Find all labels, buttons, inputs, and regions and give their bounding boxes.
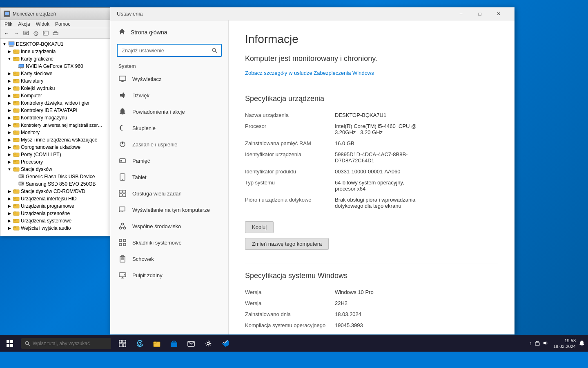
close-button[interactable]: ✕ (489, 7, 508, 20)
settings-search-box (117, 44, 222, 57)
remote-icon (118, 271, 127, 279)
mail-button[interactable] (183, 335, 199, 352)
back-button[interactable]: ← (2, 29, 11, 38)
spec-value-prodid: 00331-10000-00001-AA060 (335, 166, 498, 177)
tree-label-stacje: Stacje dysków (21, 166, 52, 172)
tree-item-karty[interactable]: ▼ Karty graficzne (0, 55, 110, 63)
nav-obs-wielu[interactable]: Obsługa wielu zadań (110, 185, 228, 202)
maximize-button[interactable]: □ (470, 7, 489, 20)
notification-button[interactable] (579, 340, 585, 347)
tree-item-procesory[interactable]: ▶ Procesory (0, 158, 110, 166)
tree-item-monitory[interactable]: ▶ Monitory (0, 129, 110, 136)
minimize-button[interactable]: – (452, 7, 470, 20)
nav-skladniki[interactable]: Składniki systemowe (110, 234, 228, 251)
home-nav-item[interactable]: Strona główna (110, 24, 228, 40)
nav-powiadomienia[interactable]: Powiadomienia i akcje (110, 103, 228, 120)
start-button[interactable] (0, 335, 20, 352)
wspec-row-version: Wersja 22H2 (245, 298, 498, 309)
nav-tablet[interactable]: Tablet (110, 169, 228, 185)
taskbar-clock[interactable]: 19:58 18.03.2024 (553, 338, 576, 350)
nav-dzwiek-label: Dźwięk (132, 92, 149, 99)
taskbar-date-value: 18.03.2024 (553, 343, 576, 349)
nav-wyswietlacz[interactable]: Wyświetlacz (110, 71, 228, 87)
spec-value-name: DESKTOP-BQKA7U1 (335, 110, 498, 121)
nav-pamiec-label: Pamięć (132, 158, 150, 164)
settings-search-button[interactable] (208, 45, 221, 56)
volume-icon[interactable] (543, 340, 548, 347)
tree-item-uprzen[interactable]: ▶ Urządzenia przenośne (0, 210, 110, 217)
file-explorer-button[interactable] (149, 335, 165, 352)
nav-pamiec[interactable]: Pamięć (110, 153, 228, 169)
tree-item-kolejki[interactable]: ▶ Kolejki wydruku (0, 85, 110, 92)
tree-item-opr[interactable]: ▶ Oprogramowanie układowe (0, 144, 110, 151)
chevron-uprog: ▶ (7, 204, 12, 209)
svg-rect-60 (13, 197, 16, 198)
security-link[interactable]: Zobacz szczegóły w usłudze Zabezpieczeni… (245, 70, 498, 76)
spec-label-devid: Identyfikator urządzenia (245, 149, 335, 166)
tree-item-samsung[interactable]: ▶ Samsung SSD 850 EVO 250GB (0, 180, 110, 188)
tree-item-flash[interactable]: ▶ Generic Flash Disk USB Device (0, 173, 110, 180)
tree-label-uprzen: Urządzenia przenośne (21, 211, 70, 216)
copy-button[interactable]: Kopiuj (245, 221, 274, 233)
tree-label-klawiatury: Klawiatury (21, 78, 43, 84)
properties-button[interactable] (22, 29, 31, 38)
display-cast-icon (118, 206, 127, 214)
chevron-mysz: ▶ (7, 137, 12, 142)
tree-item-nvidia[interactable]: ▶ NVIDIA GeForce GTX 960 (0, 63, 110, 70)
nav-skupienie[interactable]: Skupienie (110, 120, 228, 136)
tree-item-stacje[interactable]: ▼ Stacje dysków (0, 166, 110, 173)
vscode-button[interactable] (217, 335, 234, 352)
tree-item-klawiatury[interactable]: ▶ Klawiatury (0, 77, 110, 85)
svg-rect-38 (13, 123, 16, 125)
device-manager-tree[interactable]: ▼ DESKTOP-BQKA7U1 ▶ Inne urządzenia ▼ (0, 39, 110, 236)
icon-opr (13, 144, 20, 150)
security-heading: Komputer jest monitorowany i chroniony. (245, 54, 498, 63)
svg-rect-2 (6, 16, 8, 16)
tree-item-usys[interactable]: ▶ Urządzenia systemowe (0, 217, 110, 224)
tree-item-kartys[interactable]: ▶ Karty sieciowe (0, 70, 110, 77)
nav-zasilanie[interactable]: Zasilanie i uśpienie (110, 136, 228, 153)
nav-wyswietlanie[interactable]: Wyświetlanie na tym komputerze (110, 202, 228, 218)
tree-item-inne[interactable]: ▶ Inne urządzenia (0, 48, 110, 55)
network-icon[interactable] (535, 340, 540, 347)
menu-pomoc[interactable]: Pomoc (53, 21, 73, 27)
tree-item-wejscia[interactable]: ▶ Wejścia i wyjścia audio (0, 224, 110, 232)
menu-plik[interactable]: Plik (2, 21, 15, 27)
task-view-button[interactable] (114, 335, 131, 352)
tree-item-uhid[interactable]: ▶ Urządzenia interfejsu HID (0, 195, 110, 202)
tree-item-komputer[interactable]: ▶ Komputer (0, 92, 110, 99)
settings-taskbar-button[interactable] (200, 335, 216, 352)
nav-skladniki-label: Składniki systemowe (132, 240, 182, 246)
tray-arrow[interactable]: ⇧ (529, 341, 532, 346)
update-button[interactable] (31, 29, 40, 38)
forward-button[interactable]: → (12, 29, 21, 38)
taskbar-search-box (21, 338, 111, 349)
menu-akcja[interactable]: Akcja (16, 21, 32, 27)
menu-widok[interactable]: Widok (33, 21, 52, 27)
tree-item-mysz[interactable]: ▶ Mysz i inne urządzenia wskazujące (0, 136, 110, 144)
icon-kide (13, 107, 20, 114)
settings-search-input[interactable] (118, 47, 208, 54)
store-button[interactable] (166, 335, 182, 352)
svg-rect-14 (9, 46, 13, 47)
edge-button[interactable] (131, 335, 148, 352)
tree-item-stacie-cd[interactable]: ▶ Stacje dysków CD-ROM/DVD (0, 188, 110, 195)
nav-schowek[interactable]: Schowek (110, 251, 228, 267)
show-hidden-button[interactable] (41, 29, 50, 38)
nav-dzwiek[interactable]: Dźwięk (110, 87, 228, 103)
nav-wspolne[interactable]: Wspólne środowisko (110, 218, 228, 234)
rename-button[interactable]: Zmień nazwę tego komputera (245, 238, 329, 250)
svg-rect-50 (13, 168, 16, 169)
tree-item-porty[interactable]: ▶ Porty (COM i LPT) (0, 151, 110, 158)
taskbar-search-input[interactable] (33, 341, 98, 346)
tree-item-kide[interactable]: ▶ Kontrolery IDE ATA/ATAPI (0, 107, 110, 114)
nav-pulpit-zdalny[interactable]: Pulpit zdalny (110, 267, 228, 283)
tree-item-uprog[interactable]: ▶ Urządzenia programowe (0, 202, 110, 210)
svg-point-88 (124, 227, 126, 229)
resources-button[interactable] (51, 29, 60, 38)
tree-item-kmag[interactable]: ▶ Kontrolery magazynu (0, 114, 110, 121)
tree-item-kdzw[interactable]: ▶ Kontrolery dźwięku, wideo i gier (0, 99, 110, 107)
tree-item-root[interactable]: ▼ DESKTOP-BQKA7U1 (0, 40, 110, 48)
tree-item-kuni[interactable]: ▶ Kontrolery uniwersalnej magistrali sze… (0, 121, 110, 129)
spec-table: Nazwa urządzenia DESKTOP-BQKA7U1 Proceso… (245, 110, 498, 211)
